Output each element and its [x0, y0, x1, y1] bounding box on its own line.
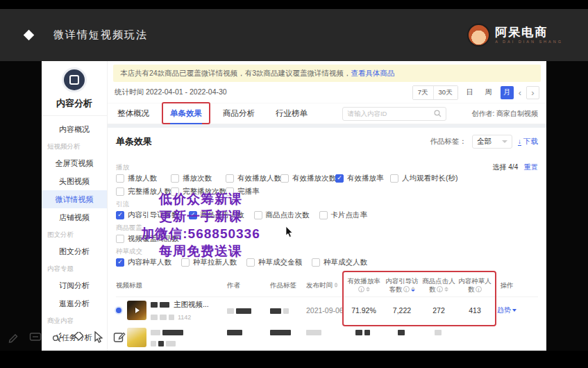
table-row[interactable]	[116, 324, 538, 350]
table-row[interactable]: 主图视频... 1142 2021-09-06 71.92% 7,222 272…	[116, 297, 538, 324]
granularity-day-button[interactable]: 日	[463, 85, 477, 99]
checkbox-icon	[226, 174, 234, 183]
granularity-week-button[interactable]: 周	[482, 85, 496, 99]
metric-label: 种草成交人数	[324, 258, 367, 267]
sort-icon[interactable]	[366, 287, 370, 292]
col-seeded-users[interactable]: 内容种草人数	[456, 277, 494, 294]
next-period-button[interactable]: ›	[526, 86, 539, 99]
sidebar-item-shop-video[interactable]: 店铺视频	[42, 208, 107, 226]
tag-select[interactable]: 全部	[472, 135, 512, 149]
metric-checkbox[interactable]: 有效播放率	[335, 172, 390, 184]
video-thumbnail[interactable]	[127, 301, 146, 320]
top-black-bar	[0, 0, 588, 9]
col-product-clicks[interactable]: 商品点击人数	[421, 277, 456, 294]
tag-select-value: 全部	[477, 137, 492, 147]
avatar[interactable]	[64, 69, 85, 90]
col-valid-play-rate[interactable]: 有效播放率	[345, 277, 383, 294]
checkbox-icon	[171, 187, 179, 196]
info-icon	[476, 286, 482, 292]
granularity-month-button[interactable]: 月	[501, 86, 514, 99]
sidebar-section-video: 短视频分析	[42, 138, 107, 154]
eraser-tool-icon[interactable]	[72, 332, 85, 343]
metric-checkbox[interactable]: 完播率	[226, 185, 280, 197]
metric-label: 视频覆盖商品数	[128, 234, 179, 244]
metric-group-label: 引流	[116, 199, 538, 209]
sort-icon[interactable]	[334, 283, 338, 287]
guided-visitors-cell: 7,222	[383, 306, 421, 315]
download-button[interactable]: ↓ 下载	[518, 137, 538, 147]
metric-group-label: 种草成交	[116, 246, 538, 256]
video-meta-count: 1142	[178, 314, 191, 321]
tab-single-effect[interactable]: 单条效果	[169, 103, 203, 124]
reset-link[interactable]: 重置	[524, 163, 538, 171]
sidebar-item-fullscreen-video[interactable]: 全屏页视频	[42, 154, 107, 172]
notice-text: 本店共有24款商品已覆盖微详情视频，有3款商品建议覆盖微详情视频，	[120, 69, 351, 78]
col-action: 操作	[494, 281, 520, 290]
seeded-users-cell: 413	[456, 306, 494, 315]
col-guided-visitors[interactable]: 内容引导访客数	[383, 277, 421, 294]
cursor-tool-icon[interactable]	[94, 331, 104, 343]
sidebar-item-content-overview[interactable]: 内容概况	[42, 120, 107, 138]
metric-checkbox[interactable]: 种草成交人数	[312, 256, 367, 268]
redacted-text	[169, 315, 174, 320]
info-icon	[358, 286, 364, 292]
metric-checkbox[interactable]: 完整播放次数	[171, 185, 226, 197]
metric-checkbox[interactable]: 内容引导访客数	[116, 209, 179, 221]
col-publish-date[interactable]: 发布时间	[306, 281, 345, 290]
creator-filter-label: 创作者: 商家自制视频	[471, 109, 538, 119]
sidebar-item-headimg-video[interactable]: 头图视频	[42, 172, 107, 190]
metric-label: 有效播放次数	[292, 174, 336, 183]
video-thumbnail[interactable]	[127, 328, 146, 347]
info-icon	[437, 286, 443, 292]
metric-label: 播放次数	[183, 174, 212, 183]
sidebar-item-imagetext[interactable]: 图文分析	[42, 242, 107, 260]
sort-icon[interactable]	[444, 287, 448, 292]
checkbox-icon	[246, 258, 255, 267]
tab-product-analysis[interactable]: 商品分析	[221, 103, 256, 124]
metric-checkbox[interactable]: 有效播放人数	[226, 172, 280, 184]
checkbox-icon	[280, 174, 289, 183]
sidebar-item-guangguang[interactable]: 逛逛分析	[42, 294, 107, 312]
metric-checkbox[interactable]: 人均观看时长(秒)	[390, 172, 445, 184]
metric-checkbox[interactable]: 商品点击人数	[189, 209, 244, 221]
sort-icon-active[interactable]	[411, 287, 415, 292]
metric-checkbox[interactable]: 播放人数	[116, 172, 171, 184]
play-icon	[127, 301, 146, 320]
row-radio-selected[interactable]	[116, 308, 121, 313]
note-tool-icon[interactable]	[113, 331, 126, 343]
metric-label: 完播率	[237, 187, 260, 196]
view-products-link[interactable]: 查看具体商品	[351, 69, 395, 78]
tab-industry-ranking[interactable]: 行业榜单	[274, 103, 309, 124]
brand-subtitle: A DAI DIAN SHANG	[495, 40, 563, 44]
metric-checkbox[interactable]: 种草拉新人数	[181, 256, 237, 268]
range-30d-button[interactable]: 30天	[433, 86, 457, 99]
laser-tool-icon[interactable]	[51, 332, 63, 343]
sidebar-item-subscribe[interactable]: 订阅分析	[42, 276, 107, 294]
tab-overall[interactable]: 整体概况	[116, 103, 151, 124]
metric-label: 商品点击次数	[266, 210, 310, 220]
tab-label: 单条效果	[170, 109, 202, 117]
range-7d-button[interactable]: 7天	[413, 86, 433, 99]
checkbox-checked-icon	[335, 174, 344, 183]
col-label: 内容种草人数	[458, 277, 492, 293]
metric-checkbox[interactable]: 种草成交金额	[246, 256, 302, 268]
metric-checkbox[interactable]: 视频覆盖商品数	[116, 233, 179, 244]
checkbox-icon	[254, 211, 262, 219]
metric-checkbox[interactable]: 有效播放次数	[280, 172, 335, 184]
checkbox-icon	[226, 187, 234, 196]
search-icon	[434, 110, 442, 117]
prev-period-button[interactable]: ‹	[519, 88, 521, 97]
metric-checkbox[interactable]: 内容种草人数	[116, 256, 171, 268]
metric-checkbox[interactable]: 完整播放人数	[116, 185, 171, 197]
metric-checkbox[interactable]: 商品点击次数	[254, 209, 310, 221]
metric-checkbox[interactable]: 播放次数	[171, 172, 226, 184]
board-tool-icon[interactable]	[29, 332, 42, 342]
trend-link[interactable]: 趋势	[497, 306, 516, 315]
search-input[interactable]	[347, 110, 434, 117]
pen-tool-icon[interactable]	[8, 331, 20, 343]
sidebar-item-microdetail-video[interactable]: 微详情视频	[42, 190, 107, 208]
content-id-search[interactable]	[342, 107, 446, 121]
redacted-text	[160, 302, 169, 308]
metric-checkbox[interactable]: 卡片点击率	[319, 209, 368, 221]
panel-title: 单条效果	[116, 135, 152, 148]
